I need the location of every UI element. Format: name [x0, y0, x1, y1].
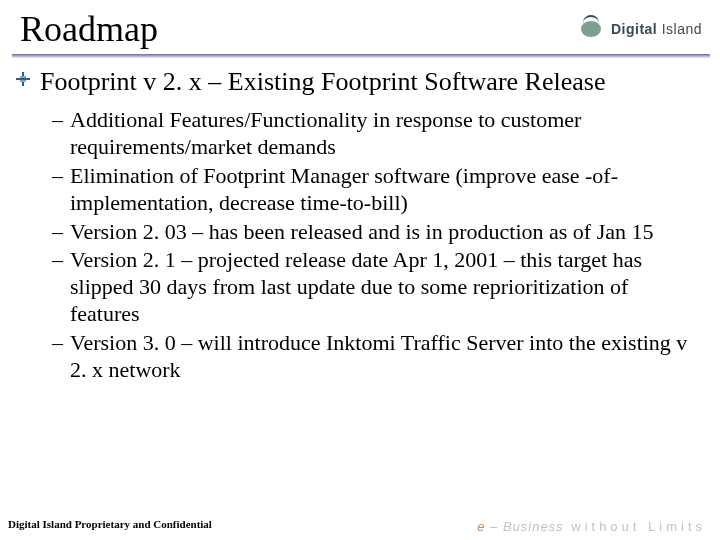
bullet-text: Version 2. 1 – projected release date Ap… — [70, 247, 642, 326]
slide: Roadmap Digital Island Footprint v 2. x … — [0, 0, 720, 540]
tagline-w1: Business — [503, 519, 564, 534]
bullet-level-1-text: Footprint v 2. x – Existing Footprint So… — [40, 67, 605, 96]
globe-icon — [577, 15, 605, 43]
header: Roadmap Digital Island — [0, 0, 720, 52]
dash-icon: – — [52, 247, 63, 274]
brand-name-bold: Digital — [611, 21, 657, 37]
bullet-level-2: –Version 2. 1 – projected release date A… — [52, 247, 696, 327]
brand-name: Digital Island — [611, 21, 702, 37]
slide-title: Roadmap — [20, 8, 158, 50]
bullet-level-2: –Additional Features/Functionality in re… — [52, 107, 696, 161]
sub-bullets: –Additional Features/Functionality in re… — [52, 107, 696, 383]
tagline-w2: Limits — [648, 519, 706, 534]
bullet-text: Version 2. 03 – has been released and is… — [70, 219, 653, 244]
bullet-level-2: –Elimination of Footprint Manager softwa… — [52, 163, 696, 217]
dash-icon: – — [52, 163, 63, 190]
footer-tagline: e – Business without Limits — [477, 519, 706, 534]
bullet-level-2: –Version 3. 0 – will introduce Inktomi T… — [52, 330, 696, 384]
plus-icon — [16, 72, 30, 86]
bullet-text: Additional Features/Functionality in res… — [70, 107, 581, 159]
header-divider — [12, 54, 710, 58]
dash-icon: – — [52, 219, 63, 246]
brand-name-rest: Island — [657, 21, 702, 37]
bullet-text: Version 3. 0 – will introduce Inktomi Tr… — [70, 330, 687, 382]
dash-icon: – — [52, 330, 63, 357]
tagline-dash: – — [485, 519, 502, 534]
footer-confidential: Digital Island Proprietary and Confident… — [8, 518, 212, 530]
slide-body: Footprint v 2. x – Existing Footprint So… — [0, 66, 720, 383]
bullet-level-2: –Version 2. 03 – has been released and i… — [52, 219, 696, 246]
tagline-sep: without — [564, 519, 648, 534]
dash-icon: – — [52, 107, 63, 134]
bullet-text: Elimination of Footprint Manager softwar… — [70, 163, 618, 215]
bullet-level-1: Footprint v 2. x – Existing Footprint So… — [40, 66, 696, 97]
brand-logo: Digital Island — [577, 15, 702, 43]
